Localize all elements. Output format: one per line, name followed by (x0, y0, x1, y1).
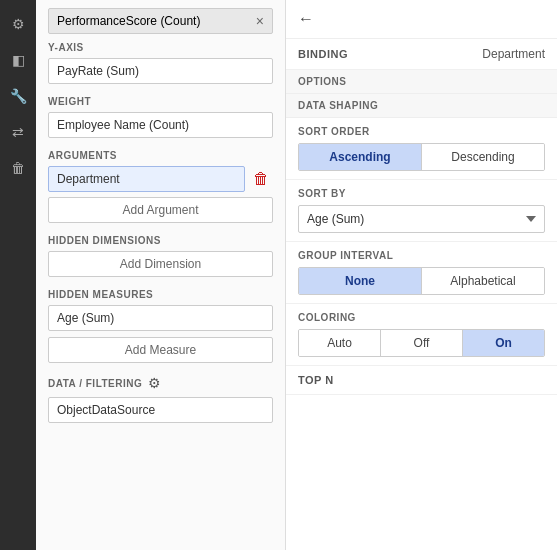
data-shaping-header: DATA SHAPING (286, 94, 557, 118)
back-arrow-button[interactable]: ← (298, 10, 314, 28)
sort-by-subsection: SORT BY Age (Sum) Name Value (286, 180, 557, 242)
data-filtering-section: DATA / FILTERING ⚙ ObjectDataSource (48, 375, 273, 423)
coloring-on-button[interactable]: On (463, 330, 544, 356)
arrows-icon[interactable]: ⇄ (2, 116, 34, 148)
left-panel: PerformanceScore (Count) × Y-AXIS PayRat… (36, 0, 286, 550)
wrench-icon[interactable]: 🔧 (2, 80, 34, 112)
y-axis-label: Y-AXIS (48, 42, 273, 53)
hidden-dimensions-section: HIDDEN DIMENSIONS Add Dimension (48, 235, 273, 277)
coloring-label: COLORING (298, 312, 545, 323)
layers-icon[interactable]: ◧ (2, 44, 34, 76)
settings-icon[interactable]: ⚙ (2, 8, 34, 40)
right-header: ← (286, 0, 557, 39)
sort-order-group: Ascending Descending (298, 143, 545, 171)
tag-close-button[interactable]: × (256, 13, 264, 29)
add-measure-button[interactable]: Add Measure (48, 337, 273, 363)
coloring-auto-button[interactable]: Auto (299, 330, 381, 356)
options-header: OPTIONS (286, 70, 557, 94)
top-n-row: TOP N (286, 366, 557, 395)
binding-value: Department (482, 47, 545, 61)
performance-score-tag: PerformanceScore (Count) × (48, 8, 273, 34)
y-axis-field: PayRate (Sum) (48, 58, 273, 84)
hidden-measure-field: Age (Sum) (48, 305, 273, 331)
coloring-group: Auto Off On (298, 329, 545, 357)
group-interval-alpha-button[interactable]: Alphabetical (422, 268, 544, 294)
sort-descending-button[interactable]: Descending (422, 144, 544, 170)
delete-argument-button[interactable]: 🗑 (249, 168, 273, 190)
data-filter-row: DATA / FILTERING ⚙ (48, 375, 273, 391)
group-interval-subsection: GROUP INTERVAL None Alphabetical (286, 242, 557, 304)
weight-section: WEIGHT Employee Name (Count) (48, 96, 273, 138)
group-interval-none-button[interactable]: None (299, 268, 422, 294)
tag-label: PerformanceScore (Count) (57, 14, 252, 28)
add-dimension-button[interactable]: Add Dimension (48, 251, 273, 277)
hidden-dimensions-label: HIDDEN DIMENSIONS (48, 235, 273, 246)
trash-icon[interactable]: 🗑 (2, 152, 34, 184)
sort-by-select[interactable]: Age (Sum) Name Value (298, 205, 545, 233)
argument-row: Department 🗑 (48, 166, 273, 192)
data-source-field: ObjectDataSource (48, 397, 273, 423)
right-panel: ← BINDING Department OPTIONS DATA SHAPIN… (286, 0, 557, 550)
group-interval-group: None Alphabetical (298, 267, 545, 295)
top-n-label: TOP N (298, 374, 545, 386)
sort-order-label: SORT ORDER (298, 126, 545, 137)
sort-by-label: SORT BY (298, 188, 545, 199)
argument-field: Department (48, 166, 245, 192)
y-axis-section: Y-AXIS PayRate (Sum) (48, 42, 273, 84)
hidden-measures-label: HIDDEN MEASURES (48, 289, 273, 300)
binding-row: BINDING Department (286, 39, 557, 70)
sidebar: ⚙ ◧ 🔧 ⇄ 🗑 (0, 0, 36, 550)
sort-ascending-button[interactable]: Ascending (299, 144, 422, 170)
data-filtering-label: DATA / FILTERING (48, 378, 142, 389)
sort-order-subsection: SORT ORDER Ascending Descending (286, 118, 557, 180)
binding-label: BINDING (298, 48, 482, 60)
weight-label: WEIGHT (48, 96, 273, 107)
arguments-label: ARGUMENTS (48, 150, 273, 161)
arguments-section: ARGUMENTS Department 🗑 Add Argument (48, 150, 273, 223)
data-filtering-gear-icon[interactable]: ⚙ (148, 375, 161, 391)
coloring-subsection: COLORING Auto Off On (286, 304, 557, 366)
group-interval-label: GROUP INTERVAL (298, 250, 545, 261)
hidden-measures-section: HIDDEN MEASURES Age (Sum) Add Measure (48, 289, 273, 363)
weight-field: Employee Name (Count) (48, 112, 273, 138)
coloring-off-button[interactable]: Off (381, 330, 463, 356)
add-argument-button[interactable]: Add Argument (48, 197, 273, 223)
